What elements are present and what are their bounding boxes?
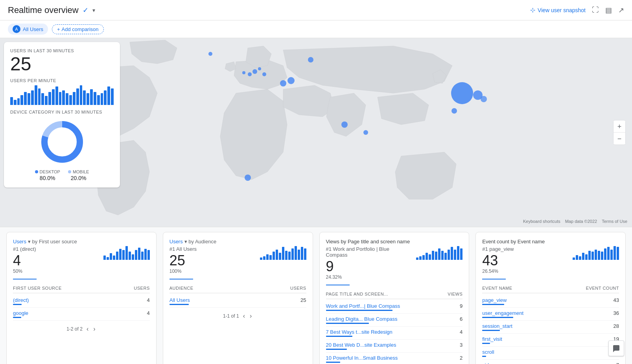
status-icon: ✓	[83, 6, 88, 15]
prev-page-button[interactable]: ‹	[86, 325, 89, 333]
spark-bar	[416, 257, 418, 260]
table-header: AUDIENCE USERS	[170, 283, 306, 293]
col1-label: AUDIENCE	[170, 286, 193, 290]
spark-bar	[444, 253, 447, 260]
row-label[interactable]: first_visit	[482, 336, 502, 344]
panel-percent: 26.54%	[482, 268, 551, 274]
panel-title-link[interactable]: Users	[13, 239, 26, 245]
prev-page-button[interactable]: ‹	[242, 312, 246, 320]
map-footer: Keyboard shortcuts Map data ©2022 Terms …	[523, 219, 627, 224]
table-row: 10 Powerful In...Small Business 2	[326, 353, 463, 364]
row-label[interactable]: scroll	[482, 349, 494, 357]
col2-label: USERS	[134, 286, 149, 290]
panel-title-link[interactable]: Users	[170, 239, 183, 245]
spark-bar	[263, 256, 265, 260]
fullscreen-icon[interactable]: ⛶	[592, 6, 599, 14]
device-legend: DESKTOP 80.0% MOBILE 20.0%	[10, 169, 114, 181]
page-title: Realtime overview	[8, 5, 79, 15]
row-bar	[326, 323, 369, 324]
terms-of-use-link[interactable]: Terms of Use	[602, 219, 627, 224]
zoom-in-button[interactable]: +	[614, 121, 625, 132]
panel-title-text: Views by Page title and screen name	[326, 239, 410, 245]
bar	[55, 86, 58, 105]
bar	[101, 93, 103, 105]
row-label[interactable]: user_engagement	[482, 310, 523, 318]
pagination-label: 1-1 of 1	[223, 313, 239, 319]
table-row: session_start 28	[482, 321, 619, 334]
table-row: video_progress 7	[482, 360, 619, 364]
table-row: scroll 16	[482, 347, 619, 360]
panel-title: Views by Page title and screen name	[326, 239, 463, 245]
bar	[48, 92, 51, 105]
table-header: PAGE TITLE AND SCREEN... VIEWS	[326, 289, 463, 299]
spark-bar	[132, 254, 134, 260]
row-bar	[482, 304, 504, 305]
row-value: 25	[300, 297, 306, 305]
row-value: 3	[460, 342, 462, 350]
spark-bar	[291, 248, 294, 260]
mobile-legend: MOBILE 20.0%	[68, 169, 89, 181]
bar	[76, 88, 79, 105]
panel-main-value: 25	[170, 253, 238, 268]
spark-bar	[426, 253, 428, 260]
panel-title: Event count by Event name	[482, 239, 619, 245]
bar	[38, 88, 41, 105]
row-label[interactable]: session_start	[482, 323, 512, 331]
row-label[interactable]: Leading Digita... Blue Compass	[326, 316, 398, 324]
row-label[interactable]: page_view	[482, 297, 507, 305]
table-row: user_engagement 36	[482, 308, 619, 321]
spark-bar	[582, 253, 584, 260]
row-label[interactable]: 20 Best Web D...site Examples	[326, 342, 396, 350]
spark-bar	[266, 254, 269, 260]
svg-point-14	[451, 108, 457, 114]
title-dropdown-icon[interactable]: ▾	[92, 7, 95, 13]
add-comparison-button[interactable]: + Add comparison	[52, 24, 104, 34]
spark-bar	[614, 246, 616, 260]
desktop-dot	[35, 170, 38, 173]
row-label[interactable]: video_progress	[482, 362, 517, 364]
zoom-out-button[interactable]: −	[614, 133, 625, 145]
svg-point-7	[287, 77, 295, 84]
row-label[interactable]: (direct)	[13, 297, 29, 305]
chart-icon[interactable]: ▤	[605, 6, 612, 15]
spark-bar	[144, 249, 147, 260]
svg-point-11	[451, 82, 473, 104]
panel-title: Users ▾ by First user source	[13, 239, 150, 245]
row-label[interactable]: All Users	[170, 297, 190, 305]
panel-value-section: #1 Work and Portfolio | Blue Compass 9 2…	[326, 246, 394, 283]
col1-label: FIRST USER SOURCE	[13, 286, 62, 290]
row-label[interactable]: google	[13, 310, 28, 318]
table-row: Work and Portf...| Blue Compass 9	[326, 301, 463, 314]
desktop-label: DESKTOP	[40, 169, 60, 174]
spark-bar	[304, 248, 306, 260]
table-row: Leading Digita... Blue Compass 6	[326, 314, 463, 327]
bar	[10, 97, 13, 105]
keyboard-shortcuts-link[interactable]: Keyboard shortcuts	[523, 219, 560, 224]
row-value: 43	[614, 297, 619, 305]
row-value: 28	[614, 323, 619, 331]
view-snapshot-button[interactable]: ⊹ View user snapshot	[530, 6, 586, 14]
all-users-chip[interactable]: A All Users	[8, 24, 48, 35]
row-label[interactable]: 10 Powerful In...Small Business	[326, 355, 398, 363]
snapshot-icon: ⊹	[530, 6, 535, 14]
zoom-controls: + −	[613, 120, 626, 145]
row-label[interactable]: Work and Portf...| Blue Compass	[326, 303, 400, 311]
panel-pagination: 1-2 of 2 ‹ ›	[13, 325, 150, 333]
next-page-button[interactable]: ›	[92, 325, 96, 333]
panel-sparkline	[103, 246, 150, 260]
table-row: page_view 43	[482, 295, 619, 308]
spark-bar	[441, 251, 444, 260]
panel-divider	[326, 285, 350, 285]
row-bar	[326, 349, 347, 350]
share-icon[interactable]: ↗	[618, 6, 624, 15]
spark-bar	[282, 247, 284, 260]
next-page-button[interactable]: ›	[249, 312, 252, 320]
spark-bar	[103, 256, 106, 260]
panel-title: Users ▾ by Audience	[170, 239, 306, 245]
row-label[interactable]: 7 Best Ways t...site Redesign	[326, 329, 392, 337]
chat-button[interactable]	[608, 340, 624, 356]
header-right: ⊹ View user snapshot ⛶ ▤ ↗	[530, 6, 624, 15]
spark-bar	[601, 252, 603, 260]
table-row: 7 Best Ways t...site Redesign 4	[326, 327, 463, 340]
row-bar	[326, 310, 393, 311]
